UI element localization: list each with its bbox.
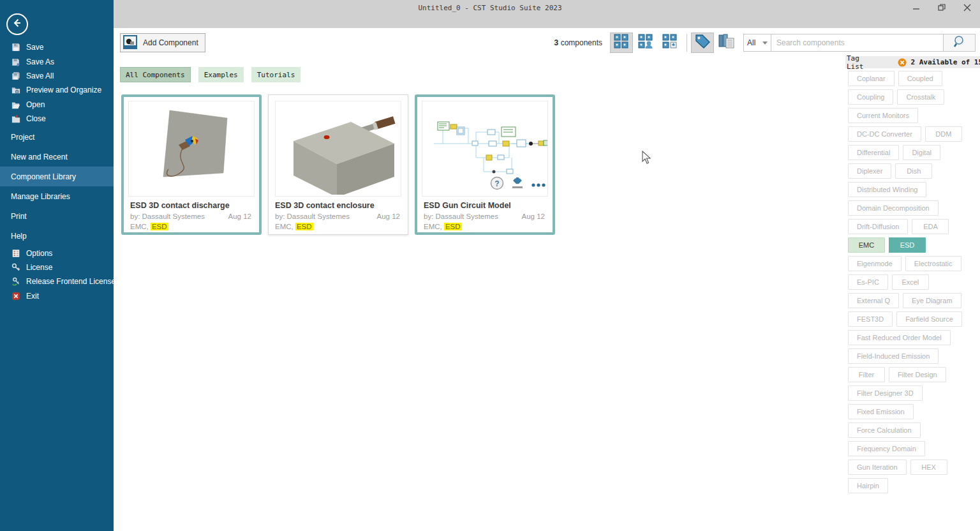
component-count: 3 components: [554, 38, 602, 47]
sidebar-item-preview-and-organize[interactable]: Preview and Organize: [0, 83, 114, 97]
sidebar-item-save-all[interactable]: Save All: [0, 69, 114, 83]
tag-hairpin[interactable]: Hairpin: [848, 478, 888, 493]
tag-domain-decomposition[interactable]: Domain Decomposition: [848, 200, 939, 216]
tag-eye-diagram[interactable]: Eye Diagram: [903, 293, 961, 308]
tag-panel: Tag List 2 Available of 159 Tags Coplana…: [845, 56, 980, 531]
save-all-icon: [11, 71, 20, 80]
component-date: Aug 12: [522, 213, 545, 220]
remove-filter-button[interactable]: [898, 58, 907, 67]
tag-ddm[interactable]: DDM: [925, 126, 962, 142]
grid-user-view-button[interactable]: [634, 33, 657, 53]
tag-fest3d[interactable]: FEST3D: [848, 311, 893, 327]
sidebar-item-label: Exit: [26, 292, 39, 301]
sidebar-item-label: Release Frontend License: [26, 277, 115, 286]
help-circle-icon[interactable]: ?: [490, 176, 504, 193]
sidebar-item-open[interactable]: Open: [0, 98, 114, 112]
sidebar-item-close[interactable]: Close: [0, 112, 114, 126]
component-tags: EMC, ESD: [424, 223, 462, 230]
tag-differential[interactable]: Differential: [848, 145, 899, 160]
download-icon[interactable]: [510, 176, 524, 193]
minimize-icon: [912, 3, 920, 14]
component-card[interactable]: ESD 3D contact dischargeby: Dassault Sys…: [121, 94, 262, 235]
tag-fixed-emission[interactable]: Fixed Emission: [848, 404, 914, 419]
search-button[interactable]: [944, 34, 976, 52]
component-card[interactable]: ESD 3D contact enclosureby: Dassault Sys…: [268, 94, 408, 235]
component-title: ESD 3D contact enclosure: [275, 201, 375, 210]
highlighted-tag: ESD: [444, 223, 462, 230]
restore-button[interactable]: [929, 0, 954, 17]
tag-current-monitors[interactable]: Current Monitors: [848, 108, 918, 123]
tag-list-title: Tag List: [847, 54, 863, 71]
sidebar-item-options[interactable]: Options: [0, 246, 114, 260]
sidebar-item-label: Save As: [26, 57, 54, 66]
sidebar-item-project[interactable]: Project: [0, 127, 114, 147]
tag-frequency-domain[interactable]: Frequency Domain: [848, 441, 925, 456]
sidebar-item-component-library[interactable]: Component Library: [0, 167, 114, 186]
tag-coplanar[interactable]: Coplanar: [848, 71, 895, 86]
sidebar-item-exit[interactable]: Exit: [0, 289, 114, 303]
grid-view-icon: [614, 34, 629, 52]
highlighted-tag: ESD: [151, 223, 168, 230]
filter-chip-tutorials[interactable]: Tutorials: [251, 67, 301, 82]
tag-dc-dc-converter[interactable]: DC-DC Converter: [848, 126, 921, 142]
component-tags: EMC, ESD: [275, 223, 313, 230]
filter-chip-examples[interactable]: Examples: [198, 67, 244, 82]
grid-view-button[interactable]: [610, 33, 633, 53]
preview-organize-icon: [11, 86, 20, 95]
tag-force-calculation[interactable]: Force Calculation: [848, 423, 921, 438]
tag-crosstalk[interactable]: Crosstalk: [897, 89, 944, 105]
component-date: Aug 12: [228, 213, 251, 220]
close-button[interactable]: [954, 0, 980, 17]
search-input[interactable]: [771, 34, 944, 52]
tag-distributed-winding[interactable]: Distributed Winding: [848, 182, 926, 197]
grid-download-view-button[interactable]: [658, 33, 681, 53]
minimize-button[interactable]: [903, 0, 929, 17]
tag-drift-diffusion[interactable]: Drift-Diffusion: [848, 219, 908, 234]
sidebar-item-manage-libraries[interactable]: Manage Libraries: [0, 186, 114, 206]
back-arrow-icon: [11, 17, 24, 32]
tag-filter-design[interactable]: Filter Design: [889, 367, 946, 382]
tag-coupled[interactable]: Coupled: [898, 71, 942, 86]
sidebar: SaveSave AsSave AllPreview and OrganizeO…: [0, 0, 114, 531]
tag-es-pic[interactable]: Es-PIC: [848, 274, 888, 290]
tag-diplexer[interactable]: Diplexer: [848, 163, 891, 179]
sidebar-item-print[interactable]: Print: [0, 206, 114, 226]
sidebar-item-save-as[interactable]: Save As: [0, 54, 114, 68]
close-window-icon: [963, 3, 971, 14]
tag-fast-reduced-order-model[interactable]: Fast Reduced Order Model: [848, 330, 951, 345]
tag-eigenmode[interactable]: Eigenmode: [848, 256, 902, 271]
sidebar-item-new-and-recent[interactable]: New and Recent: [0, 147, 114, 167]
tag-hex[interactable]: HEX: [910, 460, 947, 475]
component-date: Aug 12: [377, 213, 400, 220]
back-button[interactable]: [6, 13, 28, 35]
component-title: ESD 3D contact discharge: [130, 201, 230, 210]
library-button[interactable]: [715, 33, 738, 53]
component-author: by: Dassault Systemes: [275, 213, 350, 220]
add-component-button[interactable]: Add Component: [120, 33, 205, 52]
tag-esd[interactable]: ESD: [889, 237, 926, 253]
search-scope-select[interactable]: All: [743, 34, 771, 52]
tag-coupling[interactable]: Coupling: [848, 89, 893, 105]
tag-eda[interactable]: EDA: [912, 219, 949, 234]
sidebar-item-release-frontend-license[interactable]: Release Frontend License: [0, 274, 114, 288]
tag-filter-designer-3d[interactable]: Filter Designer 3D: [848, 385, 923, 401]
tag-excel[interactable]: Excel: [892, 274, 929, 290]
tag-filter[interactable]: Filter: [848, 367, 885, 382]
tag-emc[interactable]: EMC: [848, 237, 885, 253]
tag-dish[interactable]: Dish: [895, 163, 932, 179]
tag-digital[interactable]: Digital: [903, 145, 940, 160]
tag-field-induced-emission[interactable]: Field-Induced Emission: [848, 348, 939, 364]
sidebar-item-save[interactable]: Save: [0, 40, 114, 54]
tag-gun-iteration[interactable]: Gun Iteration: [848, 460, 907, 475]
component-card[interactable]: ESD Gun Circuit Modelby: Dassault System…: [415, 94, 555, 235]
component-author: by: Dassault Systemes: [130, 213, 205, 220]
ellipsis-icon[interactable]: [531, 179, 546, 190]
exit-icon: [11, 291, 20, 301]
filter-chip-all-components[interactable]: All Components: [120, 67, 191, 82]
tag-electrostatic[interactable]: Electrostatic: [905, 256, 961, 271]
sidebar-item-help[interactable]: Help: [0, 226, 114, 246]
tag-farfield-source[interactable]: Farfield Source: [896, 311, 962, 327]
sidebar-item-license[interactable]: License: [0, 260, 114, 274]
tag-filter-button[interactable]: [691, 33, 714, 53]
tag-external-q[interactable]: External Q: [848, 293, 899, 308]
